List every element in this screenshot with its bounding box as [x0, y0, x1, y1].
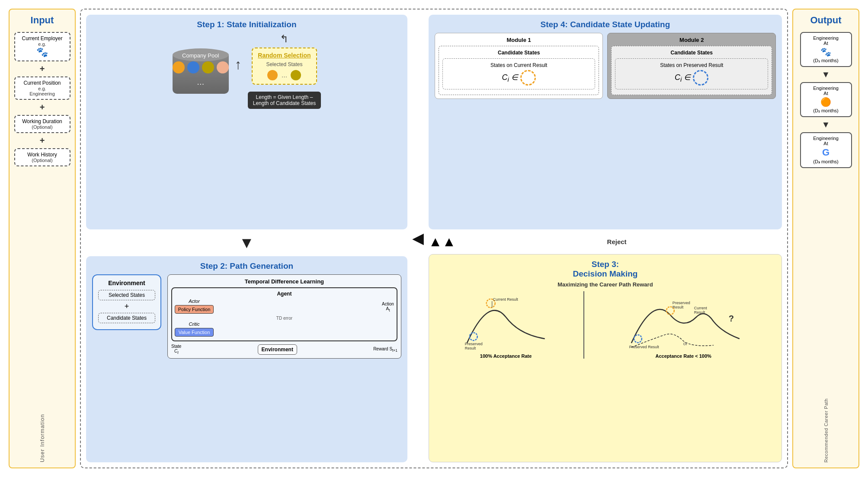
- dot-blue: [187, 61, 199, 73]
- svg-text:Result: Result: [694, 310, 705, 315]
- graph2-title: Acceptance Rate < 100%: [591, 353, 775, 359]
- history-optional: (Optional): [19, 158, 66, 163]
- value-box: Value Function: [175, 328, 214, 337]
- length-box: Length = Given Length – Length of Candid…: [248, 92, 321, 109]
- svg-text:Current: Current: [694, 306, 708, 310]
- graph1-title: 100% Acceptance Rate: [435, 353, 577, 359]
- output-item-1: Engineering At 🐾 (D₁ months): [800, 32, 852, 67]
- graph2-wrapper: ? Preserved Result Current Result Preser…: [591, 291, 775, 359]
- reward-label: Reward St+1: [373, 347, 397, 353]
- module1-states-current: States on Current Result Ci ∈: [442, 58, 596, 89]
- actor-col: Actor Policy Function: [175, 299, 214, 315]
- dot-orange: [173, 61, 185, 73]
- module2-states-preserved: States on Preserved Result Ci ∈: [615, 58, 768, 89]
- svg-text:or: or: [683, 341, 688, 346]
- sel-dot-1: [267, 70, 278, 80]
- step3-box: Step 3:Decision Making Maximizing the Ca…: [429, 254, 782, 462]
- out3-duration: (D₃ months): [804, 159, 848, 165]
- module2-states-label: States on Preserved Result: [619, 62, 764, 68]
- duration-optional: (Optional): [19, 124, 66, 130]
- random-sel-wrapper: ↰ Random Selection Selected States …: [248, 33, 321, 109]
- action-label: ActionAt: [382, 302, 394, 312]
- step4-modules: Module 1 Candidate States States on Curr…: [435, 33, 776, 99]
- module1-formula: Ci ∈: [446, 70, 592, 86]
- module1-cs-label: Candidate States: [442, 50, 596, 56]
- svg-text:Preserved: Preserved: [673, 301, 690, 305]
- duration-label: Working Duration: [19, 118, 66, 124]
- graph1-wrapper: Current Result Preserved Result 100% Acc…: [435, 291, 577, 359]
- dot-peach: [217, 61, 229, 73]
- svg-point-1: [470, 333, 477, 340]
- module2-box: Module 2 Candidate States States on Pres…: [607, 33, 776, 99]
- out3-logo: G: [804, 147, 848, 158]
- module1-circle: [520, 70, 536, 86]
- employer-logo: 🐾: [19, 47, 66, 58]
- environment-box: Environment Selected States + Candidate …: [92, 274, 161, 330]
- out2-at: At: [804, 91, 848, 96]
- company-pool: Company Pool …: [173, 46, 229, 95]
- arrow-up-1: ▲: [429, 234, 442, 250]
- env-bottom: Environment: [258, 344, 297, 355]
- output-arrow-1: ▼: [822, 70, 830, 80]
- module2-title: Module 2: [611, 37, 772, 43]
- dots-more: …: [197, 76, 205, 88]
- module1-states-label: States on Current Result: [446, 62, 592, 68]
- input-item-duration: Working Duration (Optional): [14, 115, 70, 133]
- value-label: Value Function: [179, 330, 210, 335]
- module2-cs-label: Candidate States: [615, 50, 768, 56]
- module2-formula: Ci ∈: [619, 70, 764, 86]
- svg-text:?: ?: [729, 314, 734, 323]
- employer-sublabel: e.g.: [19, 41, 66, 47]
- input-title: Input: [31, 15, 54, 26]
- length-text: Length = Given Length –: [256, 94, 313, 100]
- step4-title: Step 4: Candidate State Updating: [435, 20, 776, 29]
- input-item-employer: Current Employer e.g. 🐾: [14, 32, 70, 61]
- graph-divider: [583, 291, 584, 359]
- input-panel: Input Current Employer e.g. 🐾 + Current …: [9, 9, 76, 468]
- td-box: Temporal Difference Learning Agent Actor…: [167, 274, 401, 359]
- out2-role: Engineering: [804, 86, 848, 91]
- curved-arrow: ↑: [235, 57, 242, 73]
- input-item-history: Work History (Optional): [14, 148, 70, 166]
- out2-duration: (D₂ months): [804, 108, 848, 114]
- module1-title: Module 1: [439, 37, 599, 43]
- user-info-label: User Information: [39, 414, 45, 462]
- graph1-svg: Current Result Preserved Result: [435, 291, 577, 352]
- sel-states-label: Selected States: [258, 61, 311, 67]
- out1-logo: 🐾: [804, 47, 848, 57]
- output-item-2: Engineering At 🟠 (D₂ months): [800, 82, 852, 117]
- output-panel: Output Engineering At 🐾 (D₁ months) ▼ En…: [792, 9, 859, 468]
- step1-title: Step 1: State Initialization: [92, 20, 401, 29]
- agent-label: Agent: [175, 291, 394, 297]
- employer-label: Current Employer: [19, 35, 66, 41]
- td-title: Temporal Difference Learning: [171, 278, 397, 285]
- agent-inner: Actor Policy Function ActionAt: [175, 299, 394, 315]
- output-title: Output: [810, 15, 841, 26]
- critic-row: Critic Value Function: [175, 321, 394, 338]
- svg-text:Result: Result: [673, 305, 684, 309]
- left-column: Step 1: State Initialization Company Poo…: [86, 15, 407, 462]
- position-value: Engineering: [19, 91, 66, 96]
- step3-title: Step 3:Decision Making: [573, 260, 637, 279]
- reject-label: Reject: [456, 238, 782, 245]
- arrow-up-2: ▲: [442, 234, 456, 250]
- output-item-3: Engineering At G (D₃ months): [800, 132, 852, 168]
- sel-dots: …: [258, 70, 311, 80]
- position-label: Current Position: [19, 80, 66, 86]
- dashed-outer: Step 1: State Initialization Company Poo…: [80, 9, 788, 468]
- agent-box: Agent Actor Policy Function ActionAt: [171, 287, 397, 341]
- arrow-step1-step2: ▼: [86, 234, 407, 252]
- step1-box: Step 1: State Initialization Company Poo…: [86, 15, 407, 229]
- out3-at: At: [804, 141, 848, 146]
- policy-label: Policy Function: [178, 307, 211, 312]
- center-panel: Step 1: State Initialization Company Poo…: [80, 9, 788, 468]
- plus-2: +: [40, 102, 45, 112]
- env-plus: +: [99, 302, 154, 311]
- sel-dot-2: [291, 70, 301, 80]
- critic-col: Critic Value Function: [175, 321, 214, 338]
- step1-content: Company Pool … ↑: [92, 33, 401, 109]
- step3-graphs: Current Result Preserved Result 100% Acc…: [435, 291, 775, 359]
- svg-text:Result: Result: [465, 346, 476, 350]
- arrows-row: ▲ ▲ Reject: [429, 234, 782, 250]
- step3-subtitle: Maximizing the Career Path Reward: [435, 281, 775, 288]
